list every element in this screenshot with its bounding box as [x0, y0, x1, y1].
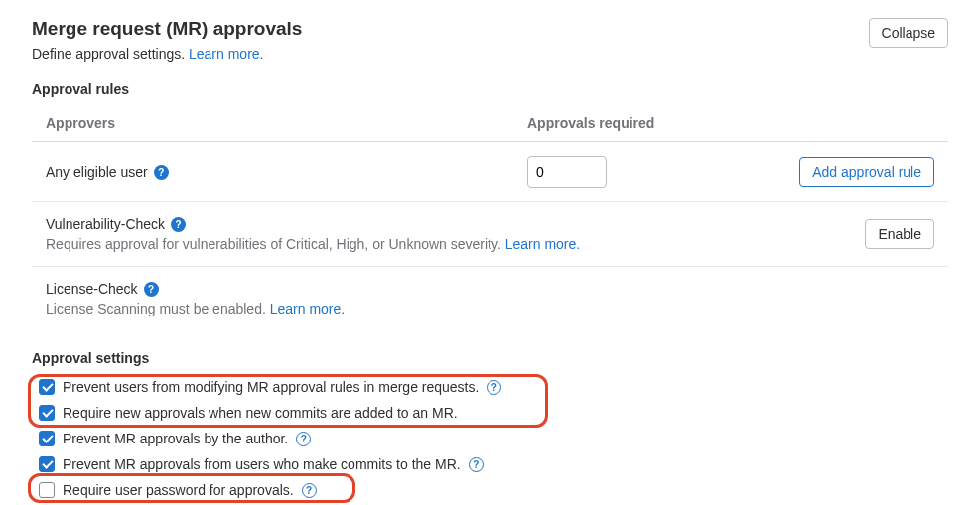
subtitle-text: Define approval settings.: [32, 46, 189, 62]
setting-item: Prevent MR approvals by the author.?: [32, 426, 948, 451]
vuln-learn-more-link[interactable]: Learn more.: [505, 236, 580, 252]
setting-checkbox[interactable]: [39, 431, 55, 446]
question-circle-icon[interactable]: ?: [296, 432, 311, 446]
vuln-desc-text: Requires approval for vulnerabilities of…: [46, 236, 505, 252]
setting-label: Require user password for approvals.: [63, 482, 294, 498]
setting-item: Prevent MR approvals from users who make…: [32, 451, 948, 477]
setting-label: Prevent MR approvals from users who make…: [63, 456, 461, 472]
approval-rules-table: Approvers Approvals required Any eligibl…: [32, 105, 948, 330]
enable-vuln-button[interactable]: Enable: [865, 219, 934, 249]
col-approvers: Approvers: [46, 115, 527, 131]
table-row: Vulnerability-Check ? Requires approval …: [32, 202, 948, 267]
question-circle-icon[interactable]: ?: [144, 282, 159, 297]
approvals-required-input[interactable]: [527, 156, 607, 188]
learn-more-link[interactable]: Learn more.: [189, 46, 263, 62]
license-learn-more-link[interactable]: Learn more.: [270, 301, 345, 316]
col-action: [780, 115, 934, 131]
question-circle-icon[interactable]: ?: [154, 165, 169, 180]
add-approval-rule-button[interactable]: Add approval rule: [799, 157, 934, 187]
rule-name-any: Any eligible user ?: [46, 164, 527, 180]
setting-checkbox[interactable]: [39, 456, 55, 472]
setting-checkbox[interactable]: [39, 482, 55, 498]
question-circle-icon[interactable]: ?: [171, 217, 186, 232]
license-desc-text: License Scanning must be enabled.: [46, 301, 270, 316]
setting-label: Require new approvals when new commits a…: [63, 405, 458, 421]
question-circle-icon[interactable]: ?: [487, 380, 501, 395]
setting-item: Require new approvals when new commits a…: [32, 400, 948, 426]
table-header: Approvers Approvals required: [32, 105, 948, 142]
page-subtitle: Define approval settings. Learn more.: [32, 46, 302, 62]
setting-checkbox[interactable]: [39, 379, 55, 395]
approval-rules-heading: Approval rules: [32, 81, 948, 97]
table-row: License-Check ? License Scanning must be…: [32, 267, 948, 330]
setting-label: Prevent users from modifying MR approval…: [63, 379, 479, 395]
license-desc: License Scanning must be enabled. Learn …: [46, 301, 934, 316]
rule-any-label: Any eligible user: [46, 164, 148, 180]
approval-settings-heading: Approval settings: [32, 350, 948, 366]
license-check-label: License-Check: [46, 281, 138, 297]
col-required: Approvals required: [527, 115, 780, 131]
vuln-check-label: Vulnerability-Check: [46, 216, 165, 232]
rule-name-vuln: Vulnerability-Check ?: [46, 216, 780, 232]
collapse-button[interactable]: Collapse: [869, 18, 948, 48]
rule-name-license: License-Check ?: [46, 281, 934, 297]
approval-settings-list: Prevent users from modifying MR approval…: [32, 374, 948, 503]
question-circle-icon[interactable]: ?: [302, 483, 317, 498]
page-title: Merge request (MR) approvals: [32, 18, 302, 40]
setting-label: Prevent MR approvals by the author.: [63, 431, 288, 446]
question-circle-icon[interactable]: ?: [469, 457, 484, 472]
table-row: Any eligible user ? Add approval rule: [32, 142, 948, 202]
vuln-desc: Requires approval for vulnerabilities of…: [46, 236, 780, 252]
setting-checkbox[interactable]: [39, 405, 55, 421]
setting-item: Prevent users from modifying MR approval…: [32, 374, 948, 400]
setting-item: Require user password for approvals.?: [32, 477, 948, 503]
